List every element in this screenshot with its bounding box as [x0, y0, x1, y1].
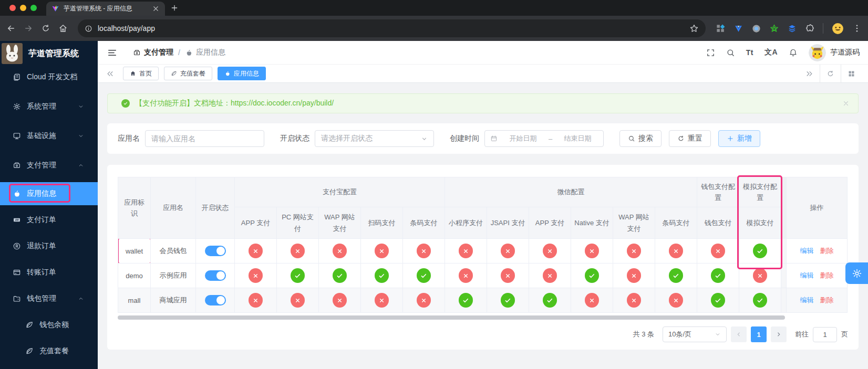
edit-link[interactable]: 编辑	[800, 296, 814, 304]
status-disabled-icon	[249, 244, 263, 258]
date-range-picker[interactable]: 开始日期 – 结束日期	[484, 130, 604, 147]
bookmark-icon[interactable]	[689, 24, 699, 33]
cell-status	[571, 263, 613, 288]
extension-vue-devtools-icon[interactable]	[733, 24, 743, 34]
status-disabled-icon	[543, 244, 557, 258]
status-select[interactable]: 请选择开启状态	[315, 130, 434, 147]
tabs-scroll-left-icon[interactable]	[106, 70, 114, 78]
page-size-select[interactable]: 10条/页	[663, 326, 727, 342]
app-title: 芋道管理系统	[28, 48, 79, 59]
status-enabled-icon	[753, 244, 767, 258]
table-vertical-scrollbar[interactable]	[781, 177, 787, 239]
column-subheader-APP 支付: APP 支付	[235, 207, 277, 239]
alert-close-icon[interactable]	[842, 100, 850, 107]
browser-tab-title: 芋道管理系统 - 应用信息	[64, 4, 148, 13]
layout-grid-icon[interactable]	[848, 70, 855, 78]
cell-status	[655, 263, 697, 288]
tabs-scroll-right-icon[interactable]	[805, 70, 813, 78]
browser-profile-avatar[interactable]	[831, 22, 844, 35]
collapse-sidebar-button[interactable]	[107, 48, 117, 58]
delete-link[interactable]: 删除	[820, 271, 834, 279]
delete-link[interactable]: 删除	[820, 296, 834, 304]
sidebar-item-应用信息[interactable]: 应用信息	[0, 182, 98, 205]
new-tab-button[interactable]	[170, 4, 179, 12]
horizontal-scrollbar[interactable]	[118, 315, 785, 320]
status-disabled-icon	[249, 293, 263, 308]
sidebar-item-退款订单[interactable]: 退款订单	[0, 235, 98, 258]
enabled-toggle[interactable]	[205, 270, 226, 281]
column-group-微信配置: 微信配置	[445, 177, 697, 207]
back-button[interactable]	[6, 24, 16, 33]
edit-link[interactable]: 编辑	[800, 247, 814, 255]
main-area: 支付管理 / 应用信息 Tt 文A 芋道源码	[98, 41, 868, 369]
next-page-button[interactable]	[771, 326, 787, 342]
cell-enabled	[196, 239, 235, 263]
extension-pinia-icon[interactable]	[769, 24, 779, 34]
extension-layers-icon[interactable]	[787, 24, 797, 34]
end-date-placeholder: 结束日期	[557, 134, 598, 143]
breadcrumb-app-info[interactable]: 应用信息	[185, 48, 225, 57]
status-enabled-icon	[585, 268, 599, 283]
wallet-icon	[13, 294, 21, 303]
sidebar-item-转账订单[interactable]: 转账订单	[0, 261, 98, 284]
status-enabled-icon	[753, 293, 767, 308]
enabled-toggle[interactable]	[205, 246, 226, 256]
user-menu[interactable]: 芋道源码	[809, 44, 860, 61]
sidebar-item-基础设施[interactable]: 基础设施	[0, 123, 98, 149]
browser-tab[interactable]: 芋道管理系统 - 应用信息	[46, 2, 165, 16]
reload-button[interactable]	[41, 24, 50, 33]
payment-icon	[13, 161, 21, 170]
cell-status	[487, 288, 529, 313]
font-size-icon[interactable]: Tt	[746, 48, 753, 57]
search-button[interactable]: 搜索	[619, 130, 662, 147]
breadcrumb-pay-management[interactable]: 支付管理	[133, 48, 173, 57]
sidebar-item-支付订单[interactable]: 支付订单	[0, 208, 98, 231]
cell-status	[613, 288, 655, 313]
sidebar-item-系统管理[interactable]: 系统管理	[0, 94, 98, 119]
sidebar-item-支付管理[interactable]: 支付管理	[0, 153, 98, 178]
tab-首页[interactable]: 首页	[123, 67, 159, 80]
sidebar-item-钱包管理[interactable]: 钱包管理	[0, 287, 98, 310]
app-name-input[interactable]	[145, 130, 264, 147]
browser-toolbar: localhost/pay/app	[0, 16, 868, 41]
page-1-button[interactable]: 1	[751, 326, 767, 342]
notification-bell-icon[interactable]	[789, 48, 798, 57]
reset-button[interactable]: 重置	[669, 130, 711, 147]
window-zoom-button[interactable]	[30, 5, 37, 11]
theme-settings-button[interactable]	[845, 262, 868, 284]
table-row-demo: demo示例应用编辑删除	[118, 263, 848, 288]
table-vertical-scrollbar[interactable]	[781, 288, 787, 313]
fullscreen-icon[interactable]	[706, 48, 715, 57]
enabled-toggle[interactable]	[205, 295, 226, 305]
delete-link[interactable]: 删除	[820, 247, 834, 255]
app-logo[interactable]: 芋道管理系统	[0, 41, 98, 65]
extensions-menu-icon[interactable]	[805, 24, 815, 34]
add-button[interactable]: 新增	[718, 130, 760, 147]
sidebar-item-钱包余额[interactable]: 钱包余额	[0, 313, 98, 336]
forward-button[interactable]	[24, 24, 33, 33]
sidebar-item-Cloud 开发文档[interactable]: Cloud 开发文档	[0, 65, 98, 90]
goto-page-input[interactable]	[813, 327, 837, 342]
tab-充值套餐[interactable]: 充值套餐	[164, 67, 212, 80]
search-icon[interactable]	[726, 48, 735, 57]
prev-page-button[interactable]	[731, 326, 747, 342]
cell-status	[487, 263, 529, 288]
status-enabled-icon	[501, 293, 515, 308]
address-bar[interactable]: localhost/pay/app	[78, 19, 706, 37]
tab-应用信息[interactable]: 应用信息	[218, 67, 266, 80]
refresh-page-icon[interactable]	[826, 70, 834, 78]
table-vertical-scrollbar[interactable]	[781, 263, 787, 288]
extension-grid-icon[interactable]	[716, 24, 726, 34]
tab-close-icon[interactable]	[152, 5, 160, 13]
window-minimize-button[interactable]	[20, 5, 26, 11]
extension-circle-icon[interactable]	[751, 24, 761, 34]
window-close-button[interactable]	[9, 5, 16, 11]
sidebar-item-充值套餐[interactable]: 充值套餐	[0, 340, 98, 363]
edit-link[interactable]: 编辑	[800, 271, 814, 279]
browser-menu-icon[interactable]	[852, 24, 862, 33]
language-icon[interactable]: 文A	[764, 48, 778, 57]
table-vertical-scrollbar[interactable]	[781, 239, 787, 263]
home-button[interactable]	[58, 24, 68, 33]
site-info-icon[interactable]	[85, 25, 92, 33]
url-text[interactable]: localhost/pay/app	[98, 24, 684, 33]
